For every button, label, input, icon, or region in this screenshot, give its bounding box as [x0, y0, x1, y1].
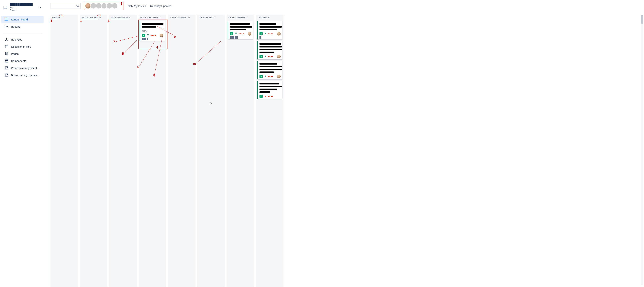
sidebar-item-pages[interactable]: Pages [2, 50, 44, 57]
avatar[interactable] [85, 3, 91, 9]
issue-card[interactable]: e [257, 61, 282, 79]
scrollbar-thumb[interactable] [641, 15, 643, 24]
card-title [260, 43, 281, 54]
sidebar-item-label: Releases [11, 38, 22, 41]
priority-icon [264, 55, 266, 58]
card-footer: e [142, 34, 163, 37]
sidebar-item-kanban-board[interactable]: Kanban board [2, 16, 44, 23]
column-title: CLOSED [258, 16, 267, 19]
svg-point-7 [77, 5, 78, 6]
card-key: █ [260, 36, 281, 38]
sidebar-item-process-management[interactable]: Process management… [2, 64, 44, 72]
card-title [230, 23, 251, 31]
assignee-avatar[interactable] [248, 32, 251, 36]
assignee-avatar[interactable] [160, 34, 163, 37]
sidebar-item-label: Reports [11, 25, 20, 28]
card-assignee-none: None [142, 30, 163, 32]
chevron-down-icon [39, 6, 42, 9]
svg-rect-4 [5, 60, 8, 62]
column-po-estimation: PO ESTIMATION 0 [109, 14, 137, 287]
column-header: CLOSED 10 [257, 16, 282, 20]
check-square-icon [4, 45, 8, 48]
issue-type-icon: e [260, 32, 263, 36]
sidebar-item-releases[interactable]: Releases [2, 36, 44, 43]
column-header: DEVELOPMENT 1 [228, 16, 253, 20]
issue-type-icon: e [260, 94, 263, 98]
sidebar-item-components[interactable]: Components [2, 57, 44, 64]
column-count: 1 [246, 16, 248, 19]
column-header: PROCESSED 0 [198, 16, 224, 20]
column-count: 0 [129, 16, 130, 19]
page-icon [4, 52, 8, 56]
sidebar-item-reports[interactable]: Reports [2, 23, 44, 30]
card-footer: e [260, 55, 281, 58]
avatar[interactable] [106, 3, 112, 9]
issue-card[interactable]: e [257, 41, 282, 60]
column-header: NEW 0 [52, 16, 77, 20]
assignee-avatar[interactable] [277, 75, 281, 78]
sidebar-item-label: Components [11, 60, 26, 62]
external-icon [4, 73, 8, 77]
sidebar-item-label: Kanban board [11, 18, 28, 21]
issue-type-icon: e [260, 75, 263, 78]
column-count: 0 [188, 16, 190, 19]
sidebar-item-label: Pages [11, 52, 19, 55]
column-processed: PROCESSED 0 [197, 14, 225, 287]
sidebar-item-label: Process management… [11, 66, 40, 70]
board-icon [4, 18, 8, 21]
card-footer: e [260, 94, 281, 98]
main-content: 3 Only My Issues Recently Updated NEW 0 … [45, 0, 644, 287]
assignee-avatar[interactable] [277, 55, 281, 58]
column-title: DEVELOPMENT [228, 16, 245, 19]
ship-icon [4, 38, 8, 42]
card-key: ███ ██ [230, 36, 251, 38]
column-initial-review: INITIAL REVIEW 0 [80, 14, 108, 287]
search-icon [76, 4, 79, 8]
avatar[interactable] [90, 3, 96, 9]
days-dots [239, 34, 244, 34]
card-title [142, 23, 163, 28]
column-title: PROCESSED [199, 16, 213, 19]
reports-icon [4, 24, 8, 28]
column-title: PO ESTIMATION [111, 16, 128, 20]
priority-icon [264, 32, 266, 36]
external-icon [4, 66, 8, 70]
recently-updated-link[interactable]: Recently Updated [150, 4, 172, 8]
sidebar-item-business-projects[interactable]: Business projects bas… [2, 72, 44, 78]
card-title [260, 82, 281, 94]
card-footer: e [230, 32, 251, 36]
issue-card[interactable]: e ███ ██ [228, 21, 253, 40]
column-to-be-planned: TO BE PLANNED 0 [168, 14, 196, 287]
column-count: 10 [268, 16, 270, 19]
avatar[interactable] [101, 3, 107, 9]
avatar[interactable] [112, 3, 118, 9]
sidebar: ████████████ B… Board Kanban board Repor… [0, 0, 45, 287]
column-title: NEW [52, 16, 58, 20]
card-footer: e [260, 75, 281, 78]
column-title: PASS TO CLIENT [140, 16, 158, 19]
issue-type-icon: e [142, 34, 145, 37]
card-footer: e [260, 32, 281, 36]
issue-card[interactable]: e [257, 81, 282, 99]
column-new: NEW 0 [50, 14, 78, 287]
days-dots [268, 56, 273, 57]
issue-card[interactable]: e █ [257, 21, 282, 40]
avatar-filter-box: 3 [84, 2, 124, 10]
issue-card[interactable]: None e ███ █ [140, 21, 165, 41]
days-dots [268, 96, 273, 97]
column-count: 1 [159, 16, 160, 19]
column-development: DEVELOPMENT 1 e [226, 14, 254, 287]
column-pass-to-client: PASS TO CLIENT 1 None e [138, 14, 166, 287]
assignee-avatar[interactable] [277, 32, 281, 36]
sidebar-item-issues-filters[interactable]: Issues and filters [2, 43, 44, 50]
sidebar-project-selector[interactable]: ████████████ B… Board [0, 2, 45, 13]
scrollbar[interactable] [641, 14, 643, 285]
column-header: PASS TO CLIENT 1 [140, 16, 165, 20]
column-header: TO BE PLANNED 0 [169, 16, 194, 20]
svg-rect-0 [4, 6, 7, 9]
search-wrap [50, 3, 81, 9]
project-subtitle: Board [10, 9, 36, 12]
avatar[interactable] [96, 3, 102, 9]
only-my-issues-link[interactable]: Only My Issues [128, 4, 146, 8]
column-title: TO BE PLANNED [170, 16, 188, 19]
